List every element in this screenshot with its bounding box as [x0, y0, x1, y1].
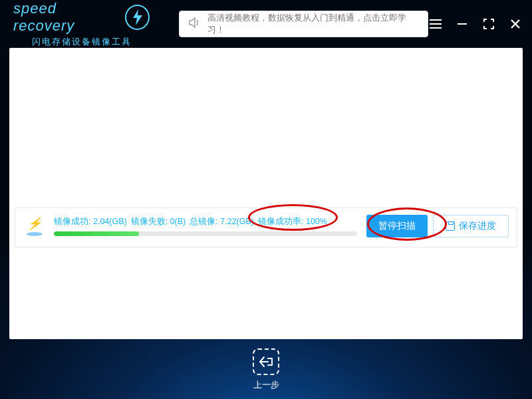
back-label: 上一步	[253, 379, 279, 391]
speaker-icon	[189, 17, 201, 31]
back-button[interactable]: 上一步	[253, 348, 279, 391]
minimize-button[interactable]	[455, 17, 469, 31]
footer-nav: 上一步	[0, 348, 532, 391]
progress-bar-fill	[54, 231, 139, 236]
fullscreen-button[interactable]	[481, 17, 496, 31]
app-header: speed recovery 闪电存储设备镜像工具 高清视频教程，数据恢复从入门…	[0, 0, 532, 48]
stat-success: 镜像成功: 2.04(GB)	[54, 216, 127, 227]
bolt-icon	[125, 5, 150, 30]
logo-text: speed recovery	[13, 0, 120, 35]
main-panel: ⚡ 镜像成功: 2.04(GB) 镜像失败: 0(B) 总镜像: 7.22(GB…	[9, 48, 523, 339]
promo-banner[interactable]: 高清视频教程，数据恢复从入门到精通，点击立即学习！	[179, 11, 428, 37]
stat-total: 总镜像: 7.22(GB)	[190, 216, 254, 227]
save-icon	[446, 221, 455, 231]
progress-bar	[54, 231, 357, 236]
save-progress-button[interactable]: 保存进度	[433, 215, 509, 237]
disk-icon: ⚡	[23, 215, 46, 237]
close-button[interactable]	[508, 17, 523, 31]
progress-stats: 镜像成功: 2.04(GB) 镜像失败: 0(B) 总镜像: 7.22(GB) …	[54, 216, 357, 227]
logo-subtitle: 闪电存储设备镜像工具	[32, 36, 132, 48]
menu-icon[interactable]	[428, 17, 443, 31]
window-controls	[428, 17, 523, 31]
stat-fail: 镜像失败: 0(B)	[131, 216, 186, 227]
progress-panel: ⚡ 镜像成功: 2.04(GB) 镜像失败: 0(B) 总镜像: 7.22(GB…	[15, 207, 517, 247]
pause-scan-button[interactable]: 暂停扫描	[366, 215, 428, 237]
promo-text: 高清视频教程，数据恢复从入门到精通，点击立即学习！	[207, 12, 418, 36]
stat-rate: 镜像成功率: 100%	[258, 216, 327, 227]
app-logo: speed recovery 闪电存储设备镜像工具	[13, 0, 150, 48]
back-arrow-icon	[259, 356, 273, 368]
